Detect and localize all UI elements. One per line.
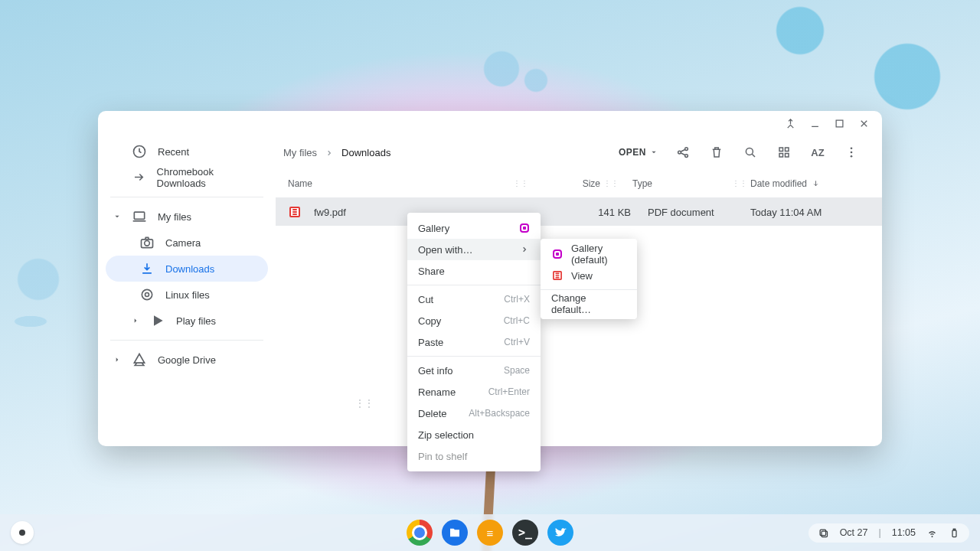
col-size[interactable]: Size	[531, 178, 600, 189]
column-grip-icon[interactable]: ⋮⋮	[600, 179, 622, 187]
download-icon	[139, 261, 155, 276]
pdf-icon	[288, 205, 302, 219]
menu-paste[interactable]: PasteCtrl+V	[407, 331, 541, 353]
app-terminal[interactable]: >_	[512, 520, 538, 546]
file-row[interactable]: fw9.pdf 141 KB PDF document Today 11:04 …	[276, 198, 882, 226]
drive-icon	[132, 352, 147, 367]
tray-time: 11:05	[892, 527, 916, 538]
file-type: PDF document	[637, 207, 744, 218]
sidebar-item-label: Linux files	[165, 289, 210, 301]
sidebar-item-label: Downloads	[165, 263, 214, 275]
app-files[interactable]	[442, 520, 468, 546]
svg-rect-14	[779, 148, 783, 152]
svg-rect-1	[836, 120, 843, 127]
submenu-view[interactable]: View	[541, 265, 637, 286]
chevron-right-icon[interactable]	[132, 318, 139, 324]
chevron-down-icon	[651, 149, 657, 155]
app-chrome[interactable]	[407, 520, 433, 546]
tray-date: Oct 27	[840, 527, 868, 538]
delete-icon[interactable]	[703, 139, 730, 166]
more-icon[interactable]	[838, 139, 865, 166]
sidebar-item-label: My files	[158, 211, 191, 223]
menu-delete[interactable]: DeleteAlt+Backspace	[407, 403, 541, 424]
battery-icon	[949, 527, 960, 539]
chevron-right-icon	[519, 244, 530, 255]
shelf: ≡ >_ Oct 27 | 11:05	[0, 514, 980, 551]
menu-info[interactable]: Get infoSpace	[407, 360, 541, 381]
svg-point-9	[145, 293, 149, 297]
toolbar: My files Downloads OPEN AZ	[276, 135, 882, 169]
grid-view-icon[interactable]	[770, 139, 798, 166]
menu-gallery[interactable]: Gallery	[407, 217, 541, 239]
close-icon[interactable]	[858, 117, 870, 129]
svg-point-19	[851, 152, 853, 154]
open-with-submenu: Gallery (default) View Change default…	[541, 239, 637, 319]
minimize-icon[interactable]	[808, 117, 821, 129]
menu-share[interactable]: Share	[407, 260, 541, 282]
pdf-icon	[551, 269, 564, 282]
svg-rect-15	[786, 148, 789, 152]
menu-open-with[interactable]: Open with…	[407, 239, 541, 260]
share-icon[interactable]	[669, 139, 697, 166]
svg-rect-24	[953, 529, 956, 530]
menu-cut[interactable]: CutCtrl+X	[407, 289, 541, 310]
svg-rect-16	[779, 154, 783, 158]
menu-zip[interactable]: Zip selection	[407, 424, 541, 445]
sidebar-item-myfiles[interactable]: My files	[106, 204, 268, 230]
camera-icon	[139, 235, 155, 250]
column-grip-icon[interactable]: ⋮⋮	[729, 179, 750, 187]
gallery-icon	[551, 248, 564, 260]
sidebar-item-linux[interactable]: Linux files	[106, 282, 268, 308]
clock-icon	[132, 144, 147, 159]
file-size: 141 KB	[562, 207, 631, 218]
sort-button[interactable]: AZ	[804, 139, 831, 166]
col-name[interactable]: Name	[288, 178, 510, 189]
app-twitter[interactable]	[547, 520, 573, 546]
breadcrumb-current: Downloads	[341, 147, 390, 158]
chevron-right-icon[interactable]	[113, 357, 121, 363]
maximize-icon[interactable]	[833, 117, 845, 129]
column-grip-icon[interactable]: ⋮⋮	[510, 179, 531, 187]
play-icon	[150, 313, 165, 328]
col-type[interactable]: Type	[622, 178, 729, 189]
sidebar-item-label: Play files	[176, 315, 216, 327]
launcher-button[interactable]	[11, 521, 34, 544]
sidebar-item-label: Recent	[158, 146, 189, 158]
svg-rect-5	[134, 212, 144, 219]
breadcrumb: My files Downloads	[283, 147, 390, 158]
pin-icon[interactable]	[784, 117, 796, 129]
svg-point-18	[851, 147, 853, 149]
breadcrumb-root[interactable]: My files	[283, 147, 317, 158]
svg-point-7	[145, 241, 150, 246]
sidebar-item-label: Chromebook Downloads	[157, 166, 260, 189]
menu-pin-shelf[interactable]: Pin to shelf	[407, 445, 541, 467]
arrow-right-icon	[132, 170, 146, 184]
open-button[interactable]: OPEN	[612, 142, 663, 162]
sidebar-item-downloads[interactable]: Downloads	[106, 256, 268, 282]
svg-point-8	[142, 289, 152, 299]
col-date[interactable]: Date modified	[750, 178, 865, 189]
linux-icon	[139, 287, 155, 302]
system-tray[interactable]: Oct 27 | 11:05	[808, 523, 969, 543]
sidebar-item-label: Google Drive	[158, 354, 216, 366]
submenu-change-default[interactable]: Change default…	[541, 293, 637, 315]
chevron-right-icon	[326, 147, 332, 158]
sidebar-item-play[interactable]: Play files	[106, 308, 268, 334]
svg-point-13	[746, 148, 753, 155]
arrow-down-icon	[812, 179, 820, 187]
sidebar: Recent Chromebook Downloads My files Cam…	[98, 135, 276, 446]
search-icon[interactable]	[737, 139, 764, 166]
app-editor[interactable]: ≡	[477, 520, 503, 546]
wifi-icon	[926, 527, 938, 539]
notifications-icon[interactable]	[818, 527, 829, 539]
sidebar-item-chromebook-downloads[interactable]: Chromebook Downloads	[106, 165, 268, 191]
column-headers: Name ⋮⋮ Size ⋮⋮ Type ⋮⋮ Date modified	[276, 169, 882, 198]
drag-handle-icon[interactable]: ⋮⋮	[355, 398, 374, 409]
sidebar-item-drive[interactable]: Google Drive	[106, 347, 268, 373]
sidebar-item-camera[interactable]: Camera	[106, 230, 268, 256]
submenu-gallery-default[interactable]: Gallery (default)	[541, 243, 637, 265]
menu-copy[interactable]: CopyCtrl+C	[407, 310, 541, 331]
chevron-down-icon[interactable]	[113, 214, 121, 220]
menu-rename[interactable]: RenameCtrl+Enter	[407, 381, 541, 403]
sidebar-item-recent[interactable]: Recent	[106, 139, 268, 165]
